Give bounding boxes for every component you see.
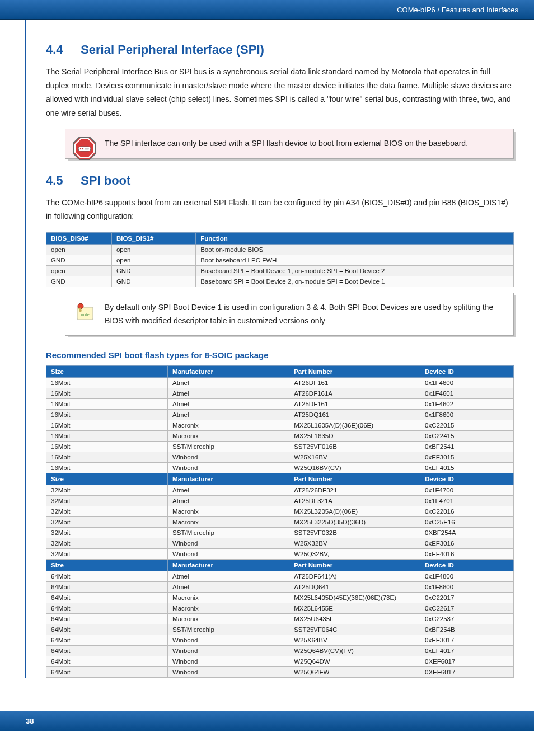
table-header-row: SizeManufacturerPart NumberDevice ID: [46, 366, 514, 378]
svg-point-3: [80, 148, 81, 149]
table-cell: SST/Microchip: [168, 442, 289, 452]
table-cell: GND: [46, 276, 112, 287]
section-45-heading: 4.5 SPI boot: [46, 173, 514, 188]
table-row: 16MbitMacronixMX25L1605A(D)(36E)(06E)0xC…: [46, 420, 514, 431]
table-row: 16MbitAtmelAT26DF1610x1F4600: [46, 378, 514, 388]
table-row: 64MbitMacronixMX25L6455E0xC22617: [46, 603, 514, 614]
table-cell: W25Q32BV,: [289, 549, 420, 560]
table-cell: 0x1F4601: [420, 388, 513, 399]
table-cell: 64Mbit: [46, 646, 168, 656]
table-cell: Atmel: [168, 496, 289, 506]
table-row: 16MbitWinbondW25Q16BV(CV)0xEF4015: [46, 463, 514, 473]
table-cell: Atmel: [168, 410, 289, 420]
table-cell: Macronix: [168, 506, 289, 517]
table-cell: Winbond: [168, 549, 289, 560]
table-cell: 16Mbit: [46, 452, 168, 463]
table-row: 16MbitSST/MicrochipSST25VF016B0xBF2541: [46, 442, 514, 452]
table-cell: AT25/26DF321: [289, 485, 420, 496]
table-cell: 0xEF3017: [420, 635, 513, 646]
table-cell: AT25DQ641: [289, 582, 420, 593]
table-cell: 0xC22617: [420, 603, 513, 614]
table-cell: 64Mbit: [46, 635, 168, 646]
table-cell: 0xC22415: [420, 431, 513, 442]
table-cell: 0xEF3016: [420, 538, 513, 549]
table-row: 32MbitMacronixMX25L3225D(35D)(36D)0xC25E…: [46, 517, 514, 528]
footer-bar: 38: [0, 711, 534, 731]
table-cell: 64Mbit: [46, 656, 168, 667]
section-44-number: 4.4: [46, 43, 77, 57]
table-cell: 0x1F4701: [420, 496, 513, 506]
warning-callout: The SPI interface can only be used with …: [65, 129, 514, 159]
table-cell: SST25VF016B: [289, 442, 420, 452]
table-row: 32MbitMacronixMX25L3205A(D)(06E)0xC22016: [46, 506, 514, 517]
table-cell: 64Mbit: [46, 614, 168, 624]
table-cell: AT25DF321A: [289, 496, 420, 506]
table-cell: MX25L3225D(35D)(36D): [289, 517, 420, 528]
section-45-body: The COMe-bIP6 supports boot from an exte…: [46, 196, 514, 223]
note-callout: note By default only SPI Boot Device 1 i…: [65, 293, 514, 336]
bios-th-2: Function: [196, 232, 514, 244]
table-cell: SST/Microchip: [168, 624, 289, 635]
table-cell: 32Mbit: [46, 496, 168, 506]
table-cell: Atmel: [168, 388, 289, 399]
table-cell: Boot on-module BIOS: [196, 244, 514, 255]
table-cell: Winbond: [168, 452, 289, 463]
table-cell: 0x1F8600: [420, 410, 513, 420]
table-header-cell: Manufacturer: [168, 560, 289, 571]
table-cell: AT25DF161: [289, 399, 420, 410]
table-row: 64MbitWinbondW25Q64BV(CV)(FV)0xEF4017: [46, 646, 514, 656]
bios-th-1: BIOS_DIS1#: [111, 232, 195, 244]
table-cell: SST/Microchip: [168, 528, 289, 538]
table-row: 32MbitWinbondW25X32BV0xEF3016: [46, 538, 514, 549]
table-cell: AT25DQ161: [289, 410, 420, 420]
table-cell: 16Mbit: [46, 420, 168, 431]
table-cell: Atmel: [168, 485, 289, 496]
table-cell: 16Mbit: [46, 410, 168, 420]
table-row: 32MbitAtmelAT25DF321A0x1F4701: [46, 496, 514, 506]
table-cell: Macronix: [168, 420, 289, 431]
table-cell: Winbond: [168, 646, 289, 656]
table-cell: 0x1F4700: [420, 485, 513, 496]
table-cell: 0xC25E16: [420, 517, 513, 528]
table-cell: 0XEF6017: [420, 667, 513, 678]
table-cell: 32Mbit: [46, 485, 168, 496]
table-cell: Winbond: [168, 463, 289, 473]
table-row: GNDopenBoot baseboard LPC FWH: [46, 255, 514, 265]
table-row: 64MbitMacronixMX25U6435F0xC22537: [46, 614, 514, 624]
table-cell: 16Mbit: [46, 388, 168, 399]
table-row: 64MbitMacronixMX25L6405D(45E)(36E)(06E)(…: [46, 593, 514, 603]
table-cell: 32Mbit: [46, 528, 168, 538]
table-cell: 0x1F4602: [420, 399, 513, 410]
table-cell: W25Q16BV(CV): [289, 463, 420, 473]
table-row: 32MbitSST/MicrochipSST25VF032B0XBF254A: [46, 528, 514, 538]
table-cell: W25X32BV: [289, 538, 420, 549]
table-cell: open: [46, 265, 112, 276]
table-row: 32MbitWinbondW25Q32BV,0xEF4016: [46, 549, 514, 560]
table-row: 16MbitAtmelAT25DF1610x1F4602: [46, 399, 514, 410]
table-cell: 0xC22015: [420, 420, 513, 431]
section-45-number: 4.5: [46, 173, 77, 188]
table-header-cell: Part Number: [289, 473, 420, 485]
table-row: 16MbitAtmelAT25DQ1610x1F8600: [46, 410, 514, 420]
table-cell: W25Q64FW: [289, 667, 420, 678]
flash-types-heading: Recommended SPI boot flash types for 8-S…: [46, 350, 514, 360]
table-cell: open: [111, 244, 195, 255]
table-cell: MX25U6435F: [289, 614, 420, 624]
table-cell: 64Mbit: [46, 593, 168, 603]
table-header-row: SizeManufacturerPart NumberDevice ID: [46, 473, 514, 485]
table-cell: 0x1F4600: [420, 378, 513, 388]
flash-types-table: SizeManufacturerPart NumberDevice ID16Mb…: [46, 365, 514, 678]
table-cell: MX25L6405D(45E)(36E)(06E)(73E): [289, 593, 420, 603]
table-cell: GND: [111, 276, 195, 287]
table-cell: Atmel: [168, 571, 289, 582]
table-row: 16MbitWinbondW25X16BV0xEF3015: [46, 452, 514, 463]
table-cell: 0xEF4017: [420, 646, 513, 656]
table-header-cell: Part Number: [289, 366, 420, 378]
table-cell: MX25L3205A(D)(06E): [289, 506, 420, 517]
table-cell: GND: [46, 255, 112, 265]
table-cell: 16Mbit: [46, 431, 168, 442]
section-44-title: Serial Peripheral Interface (SPI): [81, 43, 264, 57]
stop-sign-icon: [71, 135, 98, 162]
table-cell: Winbond: [168, 656, 289, 667]
table-cell: 64Mbit: [46, 667, 168, 678]
